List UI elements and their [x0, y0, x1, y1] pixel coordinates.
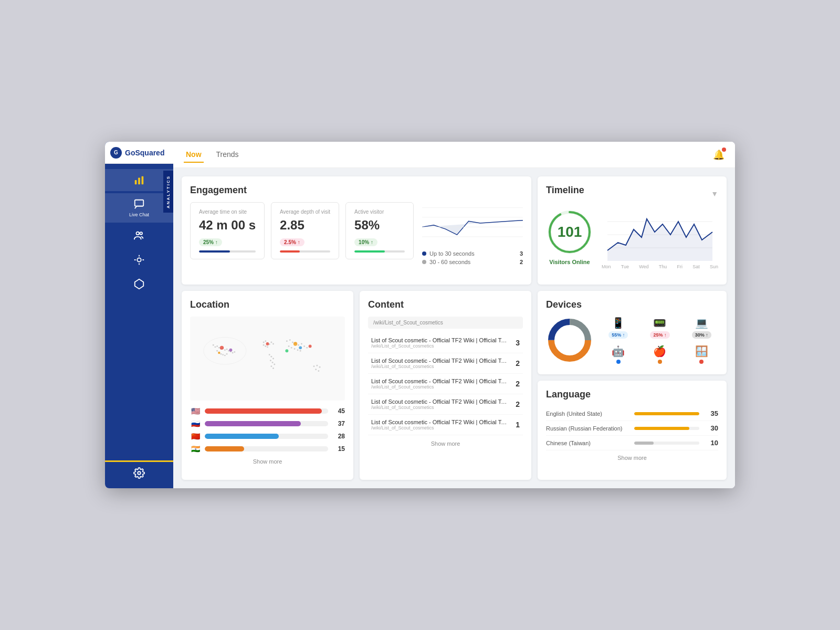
gosquared-logo-icon: G: [110, 147, 122, 159]
legend-dot-1: [422, 251, 426, 256]
svg-point-46: [286, 340, 288, 342]
svg-point-30: [234, 351, 235, 353]
device-mobile: 📱 55% ↑: [608, 317, 628, 339]
count-cn: 28: [332, 433, 345, 440]
location-title: Location: [190, 299, 345, 310]
location-row-us: 🇺🇸 45: [190, 407, 345, 415]
sidebar-settings-button[interactable]: [105, 463, 173, 483]
content-url-header: /wiki/List_of_Scout_cosmetics: [368, 317, 523, 329]
location-show-more[interactable]: Show more: [190, 458, 345, 465]
lang-russian-count: 30: [704, 424, 718, 432]
content-area: Now Trends 🔔 Engagement Average tim: [173, 142, 735, 488]
world-map-svg: [190, 317, 345, 401]
svg-point-64: [272, 362, 274, 363]
sidebar-item-people[interactable]: [105, 225, 173, 247]
svg-point-68: [313, 365, 315, 367]
svg-point-80: [218, 352, 220, 354]
content-row-1-url: /wiki/List_of_Scout_cosmetics: [371, 343, 511, 349]
day-mon: Mon: [602, 264, 611, 269]
day-wed: Wed: [639, 264, 648, 269]
svg-point-71: [315, 369, 317, 370]
content-row-1[interactable]: List of Scout cosmetic - Official TF2 Wi…: [368, 333, 523, 353]
svg-point-70: [319, 366, 321, 368]
svg-point-38: [265, 340, 266, 342]
tab-trends[interactable]: Trends: [214, 147, 241, 163]
svg-point-63: [270, 360, 271, 361]
content-row-4[interactable]: List of Scout cosmetic - Official TF2 Wi…: [368, 394, 523, 415]
svg-point-72: [318, 370, 319, 372]
engagement-metrics: Average time on site 42 m 00 s 25% ↑ Ave…: [190, 202, 414, 259]
location-card: Location: [182, 291, 353, 480]
count-ru: 37: [332, 420, 345, 427]
windows-dot: [699, 360, 704, 364]
svg-point-79: [285, 349, 288, 352]
svg-point-33: [220, 353, 222, 355]
content-row-2-title: List of Scout cosmetic - Official TF2 Wi…: [371, 358, 508, 364]
content-row-5-count: 1: [516, 421, 520, 429]
sidebar-item-assist[interactable]: [105, 249, 173, 271]
content-row-4-title: List of Scout cosmetic - Official TF2 Wi…: [371, 398, 508, 405]
lang-chinese-bar: [634, 442, 654, 445]
bar-fill-cn: [205, 434, 279, 439]
svg-point-4: [136, 232, 140, 235]
svg-point-61: [270, 356, 272, 358]
svg-point-31: [216, 350, 218, 352]
timeline-card: Timeline ▼ 101 Visito: [538, 176, 727, 285]
legend-count-2: 2: [520, 259, 523, 265]
device-icons-row: 📱 55% ↑ 📟 25% ↑ 💻 30%: [602, 317, 718, 339]
analytics-label: ANALYTICS: [163, 171, 173, 213]
lang-russian-name: Russian (Russian Federation): [546, 425, 630, 432]
sidebar-item-apps[interactable]: [105, 273, 173, 295]
svg-point-48: [292, 342, 293, 343]
sidebar-chat-label: Live Chat: [129, 212, 149, 217]
svg-point-21: [216, 345, 218, 347]
yellow-bar-divider: [105, 460, 173, 462]
timeline-inner: 101 Visitors Online: [546, 208, 718, 269]
language-show-more[interactable]: Show more: [546, 455, 718, 461]
timeline-days: Mon Tue Wed Thu Fri Sat Sun: [602, 264, 718, 269]
gosquared-logo-text: GoSquared: [125, 149, 164, 157]
svg-point-59: [300, 350, 301, 352]
svg-rect-3: [135, 200, 144, 206]
metric-active-label: Active visitor: [354, 209, 405, 215]
svg-point-84: [555, 326, 584, 355]
timeline-filter-icon[interactable]: ▼: [711, 190, 718, 198]
device-tablet: 📟 25% ↑: [650, 317, 669, 339]
timeline-chart: Mon Tue Wed Thu Fri Sat Sun: [602, 208, 718, 269]
svg-point-47: [289, 339, 291, 341]
notification-bell[interactable]: 🔔: [713, 149, 724, 161]
flag-us: 🇺🇸: [190, 407, 201, 415]
devices-donut: [546, 317, 593, 366]
content-row-5-url: /wiki/List_of_Scout_cosmetics: [371, 425, 511, 430]
content-row-3-url: /wiki/List_of_Scout_cosmetics: [371, 384, 511, 390]
timeline-title: Timeline: [546, 185, 584, 196]
content-row-2-count: 2: [516, 359, 520, 368]
language-row-english: English (United State) 35: [546, 406, 718, 421]
svg-rect-0: [135, 180, 137, 184]
windows-icon: 🪟: [695, 345, 708, 358]
flag-cn: 🇨🇳: [190, 432, 201, 440]
svg-point-78: [309, 344, 312, 348]
svg-point-76: [293, 342, 297, 345]
tab-now[interactable]: Now: [184, 147, 204, 163]
content-row-5[interactable]: List of Scout cosmetic - Official TF2 Wi…: [368, 415, 523, 435]
engagement-chart-svg: [422, 202, 523, 244]
engagement-card: Engagement Average time on site 42 m 00 …: [182, 176, 531, 285]
content-show-more[interactable]: Show more: [368, 440, 523, 447]
location-row-cn: 🇨🇳 28: [190, 432, 345, 440]
lang-chinese-count: 10: [704, 439, 718, 447]
devices-title: Devices: [546, 299, 718, 310]
bar-fill-ru: [205, 421, 301, 426]
content-row-3[interactable]: List of Scout cosmetic - Official TF2 Wi…: [368, 374, 523, 394]
visitors-circle: 101 Visitors Online: [546, 208, 593, 265]
svg-point-51: [301, 343, 302, 345]
content-row-3-count: 2: [516, 380, 520, 388]
bar-fill-in: [205, 446, 244, 452]
mobile-badge: 55% ↑: [608, 331, 628, 339]
legend-label-1: Up to 30 seconds: [429, 250, 475, 257]
metric-time-value: 42 m 00 s: [199, 218, 256, 233]
content-row-2[interactable]: List of Scout cosmetic - Official TF2 Wi…: [368, 353, 523, 374]
lang-english-count: 35: [704, 410, 718, 417]
language-row-russian: Russian (Russian Federation) 30: [546, 421, 718, 436]
metric-time-bar: [199, 250, 230, 253]
